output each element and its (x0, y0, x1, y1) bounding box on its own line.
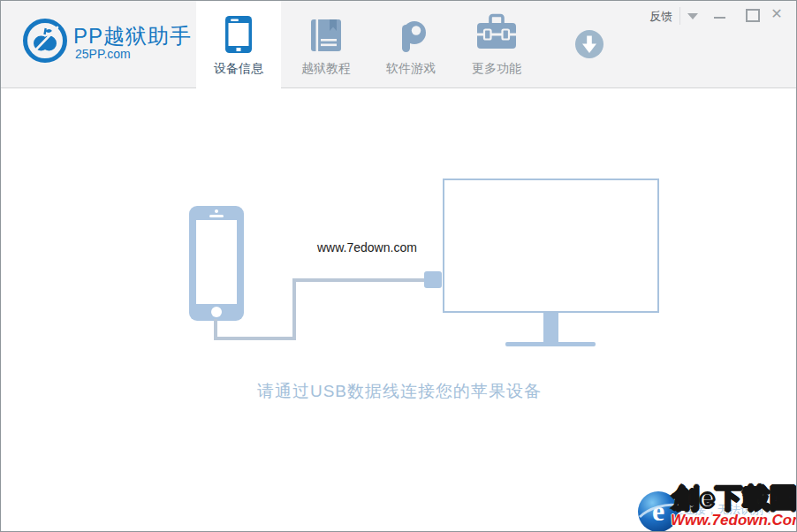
usb-cable-segment (292, 278, 425, 282)
iphone-home-button (211, 307, 222, 317)
monitor-illustration (443, 179, 659, 313)
book-icon (284, 18, 368, 57)
tab-jailbreak-tutorial-label: 越狱教程 (284, 61, 368, 77)
tab-software-games[interactable]: 软件游戏 (368, 1, 453, 88)
apple-sword-jailbreak-logo-icon (22, 18, 68, 64)
connect-message: 请通过USB数据线连接您的苹果设备 (1, 380, 797, 403)
iphone-camera-dot (215, 209, 218, 213)
toolbox-icon (454, 12, 539, 55)
controls-separator (679, 7, 680, 25)
monitor-stand-neck (543, 313, 558, 343)
app-window: PP越狱助手 25PP.com 设备信息 (0, 0, 797, 532)
tab-more-functions[interactable]: 更多功能 (454, 1, 539, 88)
feedback-link[interactable]: 反馈 (649, 9, 672, 25)
monitor-stand-base (505, 342, 596, 346)
minimize-icon[interactable] (710, 4, 731, 26)
app-subtitle: 25PP.com (75, 47, 131, 61)
header: PP越狱助手 25PP.com 设备信息 (1, 1, 796, 88)
tab-more-functions-label: 更多功能 (454, 61, 539, 77)
tab-jailbreak-tutorial[interactable]: 越狱教程 (284, 1, 368, 88)
download-circle-icon[interactable] (574, 29, 604, 59)
usb-cable-segment (292, 278, 296, 340)
usb-plug (424, 271, 442, 288)
tab-software-games-label: 软件游戏 (368, 61, 453, 77)
pp-logo-icon (368, 17, 453, 57)
iphone-speaker-bar (209, 215, 224, 217)
iphone-screen (196, 220, 237, 304)
watermark-site-url: Www.7edown.Com (671, 512, 797, 529)
tab-device-info-label: 设备信息 (196, 61, 281, 77)
close-icon[interactable]: ✕ (766, 4, 787, 26)
smartphone-icon (196, 16, 281, 57)
svg-text:e: e (652, 495, 664, 527)
center-watermark-text: www.7edown.com (317, 240, 417, 255)
site-watermark-badge: 已经连接，无法识别？ e 創e下載園 Www.7edown.C (634, 481, 797, 532)
usb-cable-segment (214, 337, 296, 340)
tab-device-info[interactable]: 设备信息 (196, 1, 281, 88)
chevron-down-icon[interactable] (687, 13, 698, 19)
maximize-icon[interactable] (740, 4, 762, 26)
